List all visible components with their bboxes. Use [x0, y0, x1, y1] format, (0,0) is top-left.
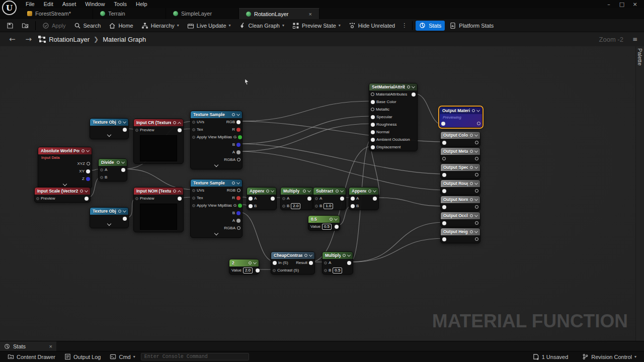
pin-white[interactable]: [178, 128, 182, 132]
pin-white[interactable]: [371, 138, 375, 142]
node-collapse-icon[interactable]: [373, 189, 376, 192]
hierarchy-button[interactable]: Hierarchy▾: [138, 21, 183, 31]
node-settings-icon[interactable]: [407, 85, 410, 88]
node-output-height[interactable]: Output Height: [440, 228, 480, 243]
pin-stub[interactable]: [192, 121, 195, 124]
pin-hollow[interactable]: [475, 141, 478, 144]
node-output-normal[interactable]: Output Normal: [440, 196, 480, 211]
pin-stub[interactable]: [282, 205, 285, 208]
node-set-material-attributes[interactable]: SetMaterialAttributesMaterialAttributesB…: [369, 83, 418, 151]
pin-white[interactable]: [273, 261, 277, 265]
node-append-1[interactable]: AppendAB: [247, 187, 277, 210]
back-icon[interactable]: ←: [5, 35, 20, 44]
node-collapse-icon[interactable]: [474, 165, 478, 168]
pin-white[interactable]: [340, 197, 344, 201]
pin-hollow[interactable]: [475, 205, 478, 209]
node-collapse-icon[interactable]: [347, 253, 351, 256]
menu-edit[interactable]: Edit: [39, 0, 58, 8]
pin-stub[interactable]: [36, 197, 39, 200]
node-settings-icon[interactable]: [470, 134, 473, 137]
node-settings-icon[interactable]: [470, 166, 473, 169]
node-texture-object-1[interactable]: Texture Object: [90, 118, 129, 139]
node-settings-icon[interactable]: [173, 121, 176, 124]
node-collapse-icon[interactable]: [474, 197, 478, 201]
pin-white[interactable]: [85, 197, 89, 201]
pin-stub[interactable]: [324, 261, 327, 264]
node-output-color[interactable]: Output Color: [440, 131, 480, 147]
node-constant-2[interactable]: 2Value2.0: [229, 259, 259, 275]
pin-stub[interactable]: [192, 197, 195, 200]
tab-close-icon[interactable]: ×: [309, 11, 312, 17]
pin-green[interactable]: [238, 204, 242, 208]
node-collapse-icon[interactable]: [86, 148, 90, 152]
pin-stub[interactable]: [100, 176, 103, 179]
node-settings-icon[interactable]: [117, 161, 120, 164]
node-output-metallic[interactable]: Output Metallic: [440, 147, 480, 163]
node-settings-icon[interactable]: [304, 254, 307, 257]
value-field[interactable]: 2.0: [291, 203, 300, 209]
node-texture-sample-1[interactable]: Texture SampleUVsRGBTexRApply View MipBi…: [190, 111, 243, 169]
node-settings-icon[interactable]: [232, 113, 235, 116]
node-settings-icon[interactable]: [472, 109, 475, 112]
pin-white[interactable]: [123, 128, 127, 132]
pin-white[interactable]: [256, 268, 260, 273]
node-collapse-icon[interactable]: [474, 229, 478, 233]
tab-simplelayer[interactable]: SimpleLayer: [166, 8, 239, 19]
pin-hollow[interactable]: [475, 237, 478, 241]
pin-hollow[interactable]: [477, 122, 480, 125]
output-log-button[interactable]: Output Log: [61, 353, 104, 360]
node-collapse-icon[interactable]: [474, 181, 478, 185]
node-collapse-icon[interactable]: [334, 217, 338, 220]
console-command-input[interactable]: [141, 353, 249, 360]
node-divide[interactable]: DivideAB: [98, 158, 127, 182]
node-expand-icon[interactable]: [90, 133, 128, 139]
pin-hollow[interactable]: [371, 93, 374, 96]
node-collapse-icon[interactable]: [123, 209, 126, 212]
pin-white[interactable]: [335, 225, 339, 229]
pin-green[interactable]: [238, 135, 242, 139]
node-settings-icon[interactable]: [343, 254, 346, 257]
node-collapse-icon[interactable]: [123, 120, 126, 123]
forward-icon[interactable]: →: [22, 35, 36, 44]
node-collapse-icon[interactable]: [474, 133, 478, 136]
maximize-button[interactable]: □: [618, 1, 626, 8]
node-output-material[interactable]: Output MaterialPreviewing: [439, 107, 482, 128]
node-collapse-icon[interactable]: [474, 149, 478, 152]
palette-tab[interactable]: Palette: [635, 46, 644, 341]
pin-white[interactable]: [249, 197, 253, 201]
close-button[interactable]: ×: [631, 1, 639, 8]
value-field[interactable]: 2.0: [243, 267, 253, 274]
stats-panel-tab[interactable]: Stats ×: [0, 341, 56, 351]
pin-hollow[interactable]: [475, 221, 478, 225]
pin-stub[interactable]: [192, 204, 195, 207]
pin-white[interactable]: [442, 173, 446, 177]
pin-white[interactable]: [351, 197, 355, 201]
tab-terrain[interactable]: Terrain: [93, 8, 166, 19]
pin-white[interactable]: [442, 205, 446, 209]
node-settings-icon[interactable]: [368, 190, 371, 193]
pin-hollow[interactable]: [237, 189, 240, 192]
node-collapse-icon[interactable]: [236, 180, 240, 184]
node-expand-icon[interactable]: [90, 222, 128, 228]
pin-white[interactable]: [309, 261, 313, 265]
browse-content-button[interactable]: [18, 21, 32, 31]
node-settings-icon[interactable]: [330, 218, 333, 221]
node-settings-icon[interactable]: [470, 182, 473, 185]
node-settings-icon[interactable]: [80, 190, 83, 193]
breadcrumb-root[interactable]: RotationLayer: [49, 36, 90, 43]
node-multiply-2[interactable]: MultiplyAB0.5: [322, 251, 353, 275]
pin-stub[interactable]: [135, 129, 138, 132]
search-button[interactable]: Search: [70, 21, 105, 31]
pin-stub[interactable]: [192, 136, 195, 139]
value-field[interactable]: 1.0: [324, 203, 333, 209]
pin-white[interactable]: [371, 130, 375, 134]
node-collapse-icon[interactable]: [412, 84, 415, 88]
pin-stub[interactable]: [192, 128, 195, 131]
pin-white[interactable]: [86, 169, 90, 173]
node-settings-icon[interactable]: [470, 198, 473, 201]
node-expand-icon[interactable]: [191, 163, 242, 169]
node-collapse-icon[interactable]: [178, 190, 181, 194]
node-input-scale[interactable]: Input Scale (Vector2)Preview: [34, 187, 91, 203]
pin-white[interactable]: [307, 197, 311, 201]
pin-hollow[interactable]: [475, 173, 478, 176]
